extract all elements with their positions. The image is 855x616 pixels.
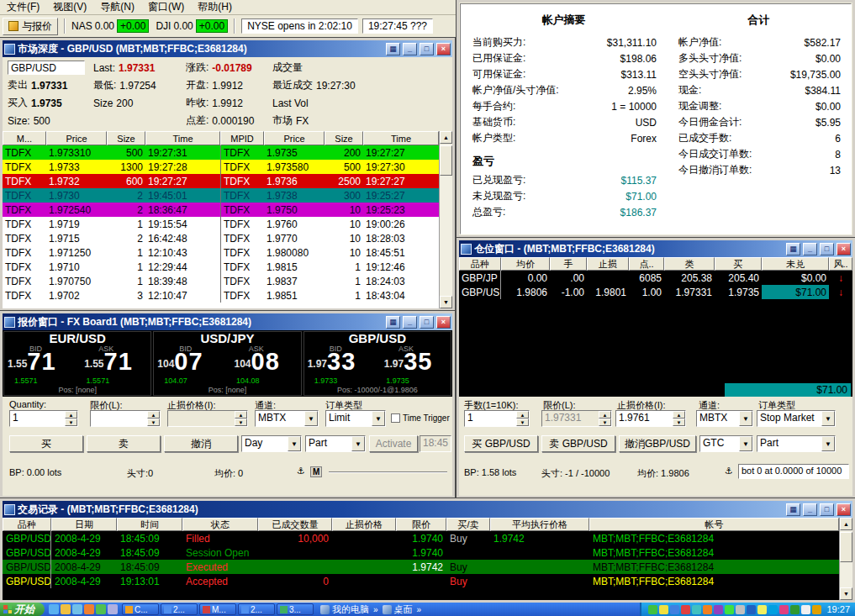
limit-price-stepper[interactable]: 1.97331 ▲▼ [541, 410, 612, 427]
window-titlebar[interactable]: 交易记录 - (MBT;MBT;FFBC;E3681284) ▦ _ □ × [3, 501, 852, 518]
column-header[interactable]: 平均执行价格 [490, 518, 589, 531]
channel-dropdown[interactable]: MBTX ▼ [696, 410, 753, 427]
column-header[interactable]: 点.. [629, 257, 664, 271]
dropdown-arrow-icon[interactable]: ▼ [739, 436, 752, 451]
show-desktop-icon[interactable] [72, 604, 82, 614]
tray-icon[interactable] [801, 605, 810, 614]
minimize-button[interactable]: _ [403, 316, 417, 329]
market-depth-row[interactable]: TDFX1.9733130019:27:28TDFX1.97358050019:… [3, 160, 439, 174]
spin-down-icon[interactable]: ▼ [599, 419, 611, 426]
tray-icon[interactable] [670, 605, 679, 614]
desktop-toolbar-item[interactable]: 桌面 [394, 603, 413, 616]
channel-dropdown[interactable]: MBTX ▼ [255, 410, 319, 427]
tray-icon[interactable] [692, 605, 701, 614]
window-titlebar[interactable]: 仓位窗口 - (MBT;MBT;FFBC;E3681284) ▦ _ □ × [459, 240, 852, 257]
maximize-button[interactable]: □ [820, 503, 834, 516]
vertical-scrollbar[interactable]: ▲ ▼ [839, 518, 852, 600]
column-header[interactable]: M... [3, 131, 46, 145]
column-header[interactable]: Time [145, 131, 220, 145]
column-header[interactable]: 日期 [51, 518, 117, 531]
dock-button[interactable]: ▦ [786, 243, 800, 255]
market-depth-row[interactable]: TDFX1.971250112:10:43TDFX1.9800801018:45… [3, 245, 439, 260]
quote-button[interactable]: 与报价 [3, 18, 58, 35]
dock-button[interactable]: ▦ [786, 503, 800, 516]
column-header[interactable]: 品种 [3, 518, 51, 531]
market-depth-row[interactable]: TDFX1.9715216:42:48TDFX1.97701018:28:03 [3, 231, 439, 245]
tray-icon[interactable] [757, 605, 767, 614]
column-header[interactable]: MPID [220, 131, 264, 145]
menu-item[interactable]: 窗口(W) [141, 0, 191, 15]
scroll-up-button[interactable]: ▲ [840, 518, 852, 530]
column-header[interactable]: 帐号 [589, 518, 839, 531]
close-button[interactable]: × [837, 503, 851, 516]
scroll-up-button[interactable]: ▲ [440, 131, 452, 144]
tray-icon[interactable] [681, 605, 690, 614]
menu-item[interactable]: 导航(N) [93, 0, 141, 15]
dropdown-arrow-icon[interactable]: ▼ [821, 411, 835, 426]
column-header[interactable]: 止损价格 [332, 518, 396, 531]
ask-quote[interactable]: 1.5571 [77, 350, 133, 374]
window-titlebar[interactable]: 市场深度 - GBP/USD (MBT;MBT;FFBC;E3681284) ▦… [3, 40, 452, 57]
spin-down-icon[interactable]: ▼ [673, 419, 685, 426]
dock-button[interactable]: ▦ [386, 43, 400, 55]
market-depth-row[interactable]: TDFX1.9719119:15:54TDFX1.97601019:00:26 [3, 217, 439, 231]
internet-explorer-icon[interactable] [49, 604, 59, 614]
market-depth-row[interactable]: TDFX1.973260019:27:27TDFX1.9736250019:27… [3, 174, 439, 188]
close-button[interactable]: × [436, 43, 451, 55]
quote-tile[interactable]: EUR/USDBIDASK1.55711.55711.55711.5571Pos… [3, 331, 151, 396]
market-depth-row[interactable]: TDFX1.970750118:39:48TDFX1.9837118:24:03 [3, 274, 439, 288]
sell-button[interactable]: 卖 GBP/USD [541, 435, 615, 452]
activate-time-stepper[interactable]: 18:45 ??? [420, 435, 451, 452]
outlook-icon[interactable] [61, 604, 71, 614]
buy-button[interactable]: 买 [9, 435, 83, 452]
chevron-icon[interactable]: » [372, 605, 380, 614]
column-header[interactable]: Price [264, 131, 325, 145]
vertical-scrollbar[interactable]: ▲ ▼ [439, 131, 452, 308]
dropdown-arrow-icon[interactable]: ▼ [288, 436, 301, 451]
column-header[interactable]: 未兑 [762, 257, 829, 271]
lots-stepper[interactable]: 1 ▲▼ [464, 410, 530, 427]
activate-button[interactable]: Activate [369, 435, 418, 452]
part-dropdown[interactable]: Part ▼ [757, 435, 836, 452]
dropdown-arrow-icon[interactable]: ▼ [821, 436, 835, 451]
close-button[interactable]: × [436, 316, 451, 329]
column-header[interactable]: 止损 [587, 257, 629, 271]
order-type-dropdown[interactable]: Limit ▼ [325, 410, 386, 427]
trade-row[interactable]: GBP/USD2008-4-2919:13:01Accepted0BuyMBT;… [3, 574, 839, 588]
spin-up-icon[interactable]: ▲ [235, 411, 247, 419]
spin-up-icon[interactable]: ▲ [673, 411, 685, 419]
scroll-track[interactable] [840, 530, 852, 587]
minimize-button[interactable]: _ [803, 243, 817, 255]
column-header[interactable]: 类 [664, 257, 715, 271]
market-depth-row[interactable]: TDFX1.9710112:29:44TDFX1.9815119:12:46 [3, 260, 439, 274]
bid-quote[interactable]: 1.9733 [308, 350, 356, 374]
close-button[interactable]: × [837, 243, 851, 255]
ask-quote[interactable]: 10408 [227, 350, 279, 374]
dropdown-arrow-icon[interactable]: ▼ [351, 436, 365, 451]
marker-m-icon[interactable]: M [310, 466, 322, 477]
column-header[interactable]: 状态 [182, 518, 258, 531]
spin-down-icon[interactable]: ▼ [235, 419, 247, 426]
task-button[interactable]: C... [122, 603, 159, 615]
tray-icon[interactable] [725, 605, 734, 614]
tray-icon[interactable] [703, 605, 712, 614]
maximize-button[interactable]: □ [420, 43, 434, 55]
tray-icon[interactable] [779, 605, 789, 614]
cancel-button[interactable]: 撤消GBP/USD [619, 435, 696, 452]
start-button[interactable]: 开始 [0, 603, 45, 616]
dock-button[interactable]: ▦ [386, 316, 400, 329]
part-dropdown[interactable]: Part ▼ [305, 435, 366, 452]
media-player-icon[interactable] [84, 604, 94, 614]
column-header[interactable]: 风.. [829, 257, 852, 271]
maximize-button[interactable]: □ [820, 243, 834, 255]
column-header[interactable]: 已成交数量 [258, 518, 332, 531]
column-header[interactable]: 买/卖 [446, 518, 490, 531]
dropdown-arrow-icon[interactable]: ▼ [372, 411, 385, 426]
launch-app-icon[interactable] [108, 604, 118, 614]
column-header[interactable]: 品种 [459, 257, 501, 271]
column-header[interactable]: 限价 [396, 518, 446, 531]
ask-quote[interactable]: 1.9735 [377, 350, 433, 374]
tray-icon[interactable] [768, 605, 778, 614]
column-header[interactable]: 手 [550, 257, 587, 271]
stop-price-stepper[interactable]: 1.9761 ▲▼ [615, 410, 686, 427]
